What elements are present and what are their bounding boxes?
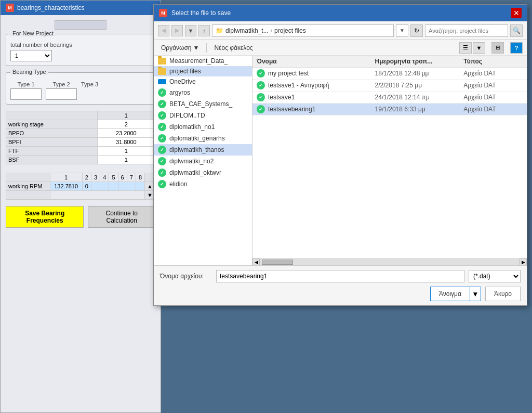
left-item-project-files-label: project files [169,68,201,75]
left-item-onedrive[interactable]: OneDrive [154,76,252,87]
green-icon-diplomatiki-genarhs: ✓ [158,134,166,143]
bearing-type-1-input[interactable] [10,88,42,100]
search-input[interactable] [425,24,508,37]
toolbar-separator [206,43,207,53]
new-folder-button[interactable]: Νέος φάκελος [211,43,256,53]
dialog-titlebar: M Select the file to save ✕ [154,5,527,21]
left-item-argyros-label: argyros [169,89,190,96]
bearing-type-label: Bearing Type [10,69,48,75]
filename-input[interactable] [216,270,464,282]
left-item-diplom-td[interactable]: ✓ DIPLOM..TD [154,110,252,121]
working-rpm-8 [136,182,144,191]
action-row: Άνοιγμα ▼ Άκυρο [160,287,521,301]
folder-icon-measurement [158,58,166,64]
horizontal-scrollbar[interactable]: ◀ ▶ [252,258,527,265]
left-item-elidion[interactable]: ✓ elidion [154,178,252,190]
breadcrumb-prefix: diplwmatikh_t... [225,27,269,34]
file-name-testsave1-copy: testsave1 - Αντιγραφή [268,82,329,89]
left-item-diplomatiki-genarhs[interactable]: ✓ diplomatiki_genarhs [154,133,252,144]
left-item-beta-cae[interactable]: ✓ BETA_CAE_Systems_ [154,98,252,110]
organize-button[interactable]: Οργάνωση ▼ [158,43,202,53]
view-list-btn[interactable]: ☰ [459,42,472,54]
continue-to-calculation-button[interactable]: Continue to Calculation [88,206,155,228]
green-icon-diplwmatiki-no2: ✓ [158,157,166,165]
forward-button[interactable]: ▶ [171,25,183,36]
breadcrumb-folder: project files [274,27,306,34]
up-button[interactable]: ↑ [198,25,210,36]
h-scroll-thumb[interactable] [262,260,293,265]
bearing-type-section: Bearing Type Type 1 Type 2 Type 3 [6,72,155,105]
left-item-elidion-label: elidion [169,180,188,188]
left-item-argyros[interactable]: ✓ argyros [154,87,252,98]
left-item-diplom-td-label: DIPLOM..TD [169,112,205,119]
back-button[interactable]: ◀ [158,25,169,36]
cancel-button[interactable]: Άκυρο [485,287,521,301]
help-btn[interactable]: ? [510,42,523,54]
ftf-label: FTF [6,147,98,156]
open-button[interactable]: Άνοιγμα [430,287,470,301]
view-dropdown-btn[interactable]: ▼ [473,42,485,54]
save-bearing-freq-button[interactable]: Save Bearing Frequencies [6,206,84,228]
file-name-my-project-test: my project test [268,70,309,77]
filetype-dropdown[interactable]: (*.dat) [469,270,521,282]
total-bearings-label: total number of bearings [10,42,151,48]
dialog-title: Select the file to save [171,9,231,17]
file-name-testsave1: testsave1 [268,94,295,101]
col-type-header: Τύπος [463,58,523,65]
address-bar: ◀ ▶ ▼ ↑ 📁 diplwmatikh_t... › project fil… [154,21,527,40]
left-item-diplwmatiki-no2-label: diplwmatiki_no2 [169,158,214,165]
file-row-testsavebearing1[interactable]: ✓ testsavebearing1 19/1/2018 6:33 μμ Αρχ… [252,104,527,115]
refresh-button[interactable]: ↻ [410,24,423,37]
matlab-icon: M [6,4,14,12]
file-date-my-project-test: 18/1/2018 12:48 μμ [375,70,464,77]
bg-app-titlebar: M bearings_characteristics [1,1,161,15]
green-icon-argyros: ✓ [158,88,166,97]
file-row-my-project-test[interactable]: ✓ my project test 18/1/2018 12:48 μμ Αρχ… [252,68,527,80]
left-item-diplomatikh-no1[interactable]: ✓ diplomatikh_no1 [154,121,252,133]
dialog-content: Measurement_Data_ project files OneDrive… [154,56,527,265]
open-button-group: Άνοιγμα ▼ [430,287,481,301]
working-rpm-1: 132.7810 [50,182,82,191]
filename-row: Όνομα αρχείου: (*.dat) [160,270,521,282]
h-scroll-left-arrow[interactable]: ◀ [252,259,260,266]
bearing-type-row: Type 1 Type 2 Type 3 [10,81,151,100]
file-icon-my-project-test: ✓ [257,69,265,78]
right-panel: Όνομα Ημερομηνία τροπ... Τύπος ✓ my proj… [252,56,527,265]
dialog-matlab-icon: M [159,9,167,17]
view-details-btn[interactable]: ⊞ [491,42,504,54]
bearing-type-1-label: Type 1 [17,81,34,87]
bearing-col-2: Type 2 [46,81,77,100]
bsf-value: 1 [97,156,155,164]
bg-app-title: bearings_characteristics [17,4,84,11]
file-save-dialog: M Select the file to save ✕ ◀ ▶ ▼ ↑ 📁 di… [153,4,527,306]
left-item-measurement-label: Measurement_Data_ [169,57,228,64]
filename-label: Όνομα αρχείου: [160,273,212,280]
new-project-section: For New Project total number of bearings… [6,34,155,66]
file-date-testsavebearing1: 19/1/2018 6:33 μμ [375,106,464,113]
h-scroll-right-arrow[interactable]: ▶ [520,259,527,266]
left-item-diplwmatikh-thanos[interactable]: ✓ diplwmatikh_thanos [154,144,252,156]
dropdown-nav-button[interactable]: ▼ [185,25,196,36]
bearings-dropdown[interactable]: 1 [10,50,52,61]
bsf-label: BSF [6,156,98,164]
bearing-type-2-input[interactable] [46,88,77,100]
address-dropdown-btn[interactable]: ▼ [396,24,408,37]
left-item-project-files[interactable]: project files [154,66,252,76]
left-item-diplwmatiki-no2[interactable]: ✓ diplwmatiki_no2 [154,156,252,167]
file-type-testsave1: Αρχείο DAT [463,94,523,101]
bpfi-label: BPFI [6,138,98,147]
open-dropdown-arrow[interactable]: ▼ [470,287,481,301]
search-icon-button[interactable]: 🔍 [510,24,523,37]
left-item-measurement-data[interactable]: Measurement_Data_ [154,56,252,66]
file-row-testsave1-copy[interactable]: ✓ testsave1 - Αντιγραφή 2/2/2018 7:25 μμ… [252,80,527,92]
left-item-diplwmatiki-oktwvr[interactable]: ✓ diplwmatiki_oktwvr [154,167,252,178]
dialog-close-button[interactable]: ✕ [511,8,522,18]
file-type-my-project-test: Αρχείο DAT [463,70,523,77]
file-date-testsave1-copy: 2/2/2018 7:25 μμ [375,82,464,89]
breadcrumb-bar: 📁 diplwmatikh_t... › project files [212,24,394,37]
working-stage-value: 2 [97,120,155,129]
onedrive-icon [158,79,166,84]
file-row-testsave1[interactable]: ✓ testsave1 24/1/2018 12:14 πμ Αρχείο DA… [252,92,527,104]
bpfo-label: BPFO [6,129,98,138]
bearing-type-2-label: Type 2 [52,81,70,87]
